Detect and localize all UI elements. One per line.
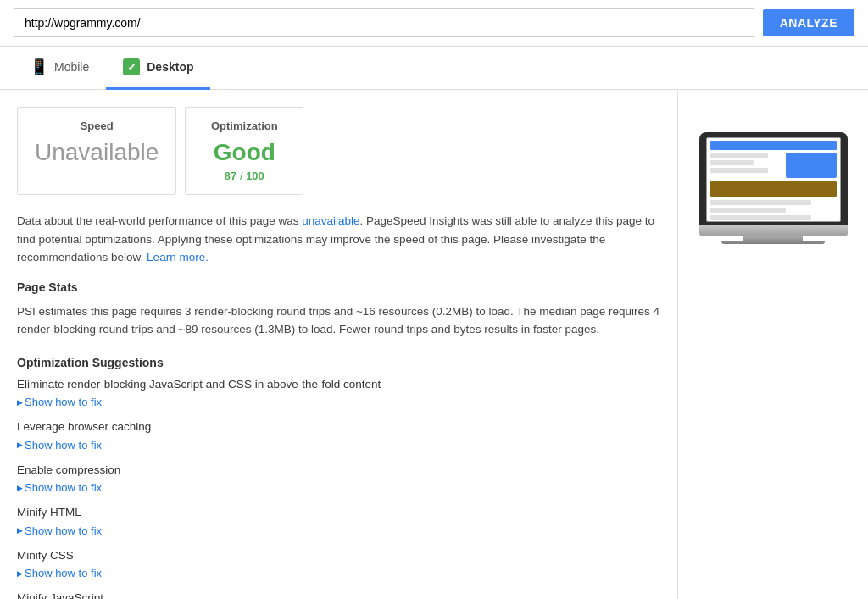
page-stats-heading: Page Stats	[17, 280, 660, 294]
header: http://wpgrammy.com/ ANALYZE	[0, 0, 868, 47]
speed-value: Unavailable	[35, 139, 159, 166]
description-main: Data about the real-world performance of…	[17, 214, 298, 227]
speed-card: Speed Unavailable	[17, 107, 176, 195]
laptop-base	[699, 225, 848, 236]
suggestion-title: Minify HTML	[17, 506, 660, 519]
suggestion-title: Minify JavaScript	[17, 591, 660, 599]
suggestion-item: Minify HTMLShow how to fix	[17, 506, 660, 537]
show-how-link[interactable]: Show how to fix	[17, 396, 102, 408]
learn-more-link[interactable]: Learn more.	[147, 251, 209, 263]
page-stats-text: PSI estimates this page requires 3 rende…	[17, 302, 660, 339]
suggestion-item: Eliminate render-blocking JavaScript and…	[17, 378, 660, 409]
mobile-icon: 📱	[31, 58, 47, 75]
checkmark-icon: ✓	[123, 58, 140, 75]
tab-desktop[interactable]: ✓ Desktop	[106, 47, 210, 90]
suggestion-item: Leverage browser cachingShow how to fix	[17, 420, 660, 452]
suggestions-list: Eliminate render-blocking JavaScript and…	[17, 378, 660, 599]
unavailable-link[interactable]: unavailable	[302, 214, 359, 227]
speed-label: Speed	[35, 119, 159, 132]
url-input[interactable]: http://wpgrammy.com/	[14, 8, 754, 37]
optimization-suggestions-heading: Optimization Suggestions	[17, 356, 660, 369]
suggestion-item: Minify JavaScriptShow how to fix	[17, 591, 660, 599]
suggestion-item: Minify CSSShow how to fix	[17, 549, 660, 580]
show-how-link[interactable]: Show how to fix	[17, 481, 102, 494]
suggestion-item: Enable compressionShow how to fix	[17, 463, 660, 495]
show-how-link[interactable]: Show how to fix	[17, 439, 102, 452]
score-cards: Speed Unavailable Optimization Good 87 /…	[17, 107, 660, 195]
tab-desktop-label: Desktop	[147, 60, 193, 74]
optimization-score: 87 / 100	[203, 169, 286, 182]
show-how-link[interactable]: Show how to fix	[17, 524, 102, 537]
analyze-button[interactable]: ANALYZE	[763, 9, 854, 36]
laptop-screen	[706, 137, 841, 222]
main-content: Speed Unavailable Optimization Good 87 /…	[0, 90, 868, 599]
show-how-link[interactable]: Show how to fix	[17, 567, 102, 580]
suggestion-title: Enable compression	[17, 463, 660, 476]
laptop-mockup	[699, 132, 848, 244]
desktop-icon: ✓	[123, 58, 140, 75]
optimization-value: Good	[203, 139, 286, 166]
tab-mobile-label: Mobile	[54, 60, 89, 74]
tab-mobile[interactable]: 📱 Mobile	[14, 47, 106, 90]
optimization-label: Optimization	[203, 119, 286, 132]
laptop-screen-container	[699, 132, 848, 225]
tabs-bar: 📱 Mobile ✓ Desktop	[0, 47, 868, 90]
description-text: Data about the real-world performance of…	[17, 212, 660, 267]
suggestion-title: Eliminate render-blocking JavaScript and…	[17, 378, 660, 391]
sidebar-screenshot	[678, 90, 868, 599]
suggestion-title: Minify CSS	[17, 549, 660, 562]
suggestion-title: Leverage browser caching	[17, 420, 660, 433]
content-area: Speed Unavailable Optimization Good 87 /…	[0, 90, 678, 599]
optimization-card: Optimization Good 87 / 100	[185, 107, 303, 195]
laptop-foot	[721, 241, 826, 244]
